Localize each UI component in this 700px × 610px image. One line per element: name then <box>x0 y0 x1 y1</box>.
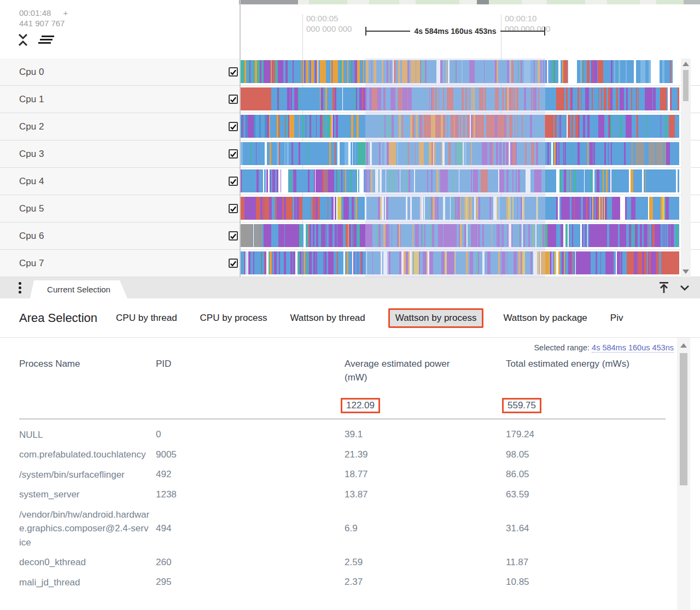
minimap-segment <box>239 0 298 4</box>
track-checkbox[interactable] <box>229 67 238 77</box>
cpu-slices-canvas[interactable] <box>241 169 679 192</box>
track-label: Cpu 5 <box>19 195 44 222</box>
header-divider <box>19 419 666 419</box>
collapse-tracks-icon[interactable] <box>16 33 30 47</box>
cpu-slices-canvas[interactable] <box>241 197 679 220</box>
cpu-slices-canvas[interactable] <box>241 251 679 274</box>
cpu-track-row: Cpu 5 <box>0 195 700 222</box>
track-shelf[interactable]: Cpu 2 <box>0 113 240 140</box>
track-shelf[interactable]: Cpu 3 <box>0 140 240 167</box>
panel-tab-wattson-by-thread[interactable]: Wattson by thread <box>290 313 365 324</box>
panel-tab-cpu-by-process[interactable]: CPU by process <box>200 313 267 324</box>
cpu-slices-canvas[interactable] <box>241 224 679 247</box>
cpu-track-row: Cpu 2 <box>0 113 700 140</box>
wattson-by-process-panel: Selected range: 4s 584ms 160us 453ns Pro… <box>0 338 700 610</box>
table-row: NULL039.1179.24 <box>19 425 666 445</box>
selected-range-line: Selected range: 4s 584ms 160us 453ns <box>534 343 674 352</box>
track-checkbox[interactable] <box>229 95 238 104</box>
panel-tab-wattson-by-process[interactable]: Wattson by process <box>388 308 484 328</box>
track-label: Cpu 6 <box>19 222 44 249</box>
checkmark-icon <box>230 178 237 185</box>
table-row: /vendor/bin/hw/android.hardware.graphics… <box>19 505 666 553</box>
track-shelf[interactable]: Cpu 1 <box>0 86 240 113</box>
table-cell: 179.24 <box>506 429 666 440</box>
timeline-scrollbar-thumb[interactable] <box>683 70 689 101</box>
track-checkbox[interactable] <box>229 177 238 186</box>
table-cell: 260 <box>156 557 345 568</box>
total-energy-value: 559.75 <box>502 398 541 413</box>
timeline-scrollbar[interactable] <box>681 58 691 277</box>
clock-time: 00:01:48 <box>19 8 51 17</box>
table-cell: 9005 <box>156 449 345 460</box>
cpu-tracks-area: Cpu 0Cpu 1Cpu 2Cpu 3Cpu 4Cpu 5Cpu 6Cpu 7 <box>0 58 700 277</box>
total-power-value: 122.09 <box>341 398 380 413</box>
minimap-segment <box>607 0 640 4</box>
table-row: decon0_kthread2602.5911.87 <box>19 553 666 573</box>
cpu-track-row: Cpu 1 <box>0 86 700 113</box>
track-shelf[interactable]: Cpu 5 <box>0 195 240 222</box>
track-checkbox[interactable] <box>229 204 238 213</box>
minimap-segment <box>369 0 399 4</box>
selected-range-link[interactable]: 4s 584ms 160us 453ns <box>592 343 674 353</box>
cpu-slices-canvas[interactable] <box>241 60 679 83</box>
panel-scrollbar[interactable] <box>677 338 690 610</box>
timeline-ruler[interactable]: 00:01:48+ 441 907 767 00:00:05000 000 00… <box>0 4 700 58</box>
timeline-minimap[interactable] <box>0 0 700 4</box>
cpu-track-row: Cpu 3 <box>0 140 700 168</box>
track-checkbox[interactable] <box>229 122 238 131</box>
table-cell: 21.39 <box>345 449 506 460</box>
track-label: Cpu 0 <box>19 58 44 85</box>
table-cell: 6.9 <box>345 523 506 534</box>
column-header: Total estimated energy (mWs) <box>506 357 666 371</box>
kebab-menu-icon[interactable] <box>19 282 22 294</box>
table-body: NULL039.1179.24com.prefabulated.touchlat… <box>19 425 666 593</box>
cpu-slices-canvas[interactable] <box>241 115 679 138</box>
track-shelf[interactable]: Cpu 4 <box>0 168 240 195</box>
table-row: mali_jd_thread2952.3710.85 <box>19 572 666 593</box>
table-cell: 1238 <box>156 489 345 500</box>
panel-scroll-up-icon[interactable] <box>680 343 687 348</box>
table-cell: 18.77 <box>345 469 506 480</box>
table-cell: 10.85 <box>506 577 666 588</box>
table-cell: 63.59 <box>506 489 666 500</box>
panel-tab-cpu-by-thread[interactable]: CPU by thread <box>116 313 177 324</box>
selection-range-measure: 4s 584ms 160us 453ns <box>365 26 545 36</box>
track-checkbox[interactable] <box>229 149 238 159</box>
track-checkbox[interactable] <box>229 259 238 268</box>
ruler-tick-label: 00:00:05000 000 000 <box>306 13 352 34</box>
table-cell: 494 <box>156 523 345 534</box>
selected-range-prefix: Selected range: <box>534 343 590 352</box>
track-shelf[interactable]: Cpu 6 <box>0 222 240 249</box>
panel-tab-wattson-by-package[interactable]: Wattson by package <box>503 313 587 324</box>
cpu-slices-canvas[interactable] <box>241 87 679 110</box>
panel-tab-piv[interactable]: Piv <box>610 313 623 324</box>
table-row: system_server123813.8763.59 <box>19 485 666 505</box>
table-cell: /vendor/bin/hw/android.hardware.graphics… <box>19 508 156 550</box>
dock-to-top-icon[interactable] <box>657 281 670 294</box>
panel-scrollbar-thumb[interactable] <box>680 353 687 485</box>
table-cell: 2.37 <box>345 577 506 588</box>
table-cell: com.prefabulated.touchlatency <box>19 448 156 462</box>
cpu-slices-canvas[interactable] <box>241 142 679 165</box>
clock-plus: + <box>63 8 68 17</box>
table-cell: 2.59 <box>345 557 506 568</box>
table-cell: system_server <box>19 488 156 502</box>
table-row: com.prefabulated.touchlatency900521.3998… <box>19 445 666 465</box>
collapse-panel-chevron-icon[interactable] <box>678 281 691 294</box>
table-cell: 98.05 <box>506 449 666 460</box>
track-shelf[interactable]: Cpu 7 <box>0 250 240 277</box>
table-cell: 492 <box>156 469 345 480</box>
timeline-panel: 00:01:48+ 441 907 767 00:00:05000 000 00… <box>0 0 700 277</box>
tab-current-selection[interactable]: Current Selection <box>30 280 127 298</box>
scroll-up-icon[interactable] <box>682 62 689 66</box>
clear-all-icon[interactable] <box>38 34 55 46</box>
ruler-tick-line <box>501 14 501 58</box>
detail-tabstrip: Current Selection <box>0 277 700 298</box>
track-shelf[interactable]: Cpu 0 <box>0 58 240 85</box>
checkmark-icon <box>230 260 237 267</box>
column-header: Average estimated power (mW) <box>345 357 506 384</box>
table-cell: mali_jd_thread <box>19 576 156 590</box>
area-selection-title: Area Selection <box>19 311 97 325</box>
track-checkbox[interactable] <box>229 231 238 241</box>
scroll-down-icon[interactable] <box>682 269 689 274</box>
